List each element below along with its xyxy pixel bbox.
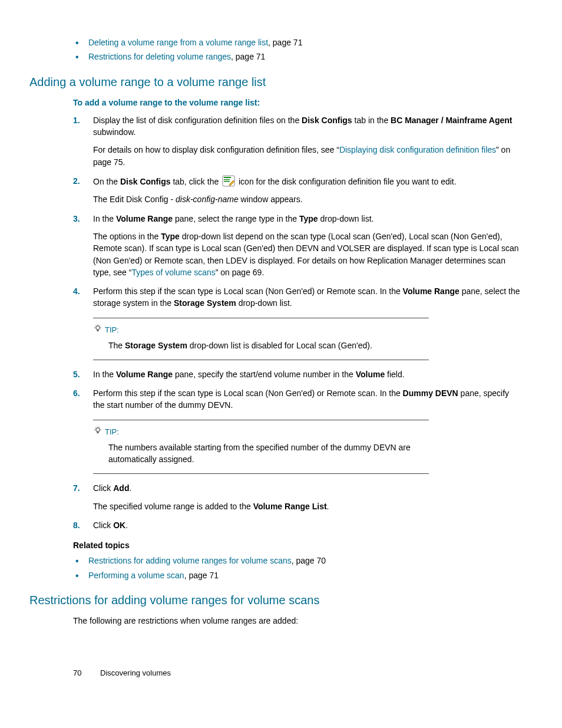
page-number: 70 — [73, 668, 81, 679]
edit-icon — [222, 175, 235, 187]
svg-point-4 — [96, 326, 100, 330]
step-number: 3. — [73, 213, 80, 225]
tip-label: TIP: — [105, 325, 119, 334]
chapter-title: Discovering volumes — [100, 668, 171, 677]
step-number: 7. — [73, 482, 80, 494]
heading-restrictions: Restrictions for adding volume ranges fo… — [29, 592, 521, 609]
step-text: Perform this step if the scan type is Lo… — [93, 286, 520, 308]
top-related-list: Deleting a volume range from a volume ra… — [29, 37, 521, 63]
step-text: Click Add. — [93, 483, 131, 493]
link-delete-range[interactable]: Deleting a volume range from a volume ra… — [88, 38, 268, 47]
restrictions-intro: The following are restrictions when volu… — [73, 615, 521, 627]
step-detail: For details on how to display disk confi… — [93, 144, 521, 168]
step-detail: The specified volume range is added to t… — [93, 500, 521, 512]
step-5: 5. In the Volume Range pane, specify the… — [73, 368, 521, 380]
procedure-steps-cont: 5. In the Volume Range pane, specify the… — [29, 368, 521, 411]
step-number: 8. — [73, 519, 80, 531]
related-topics-heading: Related topics — [73, 539, 521, 551]
step-number: 6. — [73, 387, 80, 399]
step-text: In the Volume Range pane, specify the st… — [93, 370, 405, 379]
step-detail: The options in the Type drop-down list d… — [93, 230, 521, 278]
step-number: 2. — [73, 175, 80, 187]
svg-line-9 — [100, 325, 100, 326]
tip-heading: TIP: — [93, 324, 429, 336]
link-restrictions-adding[interactable]: Restrictions for adding volume ranges fo… — [88, 556, 292, 565]
svg-point-11 — [96, 428, 100, 431]
step-number: 1. — [73, 114, 80, 126]
page-ref: , page 70 — [292, 556, 326, 565]
step-1: 1. Display the list of disk configuratio… — [73, 114, 521, 168]
link-performing-volume-scan[interactable]: Performing a volume scan — [88, 571, 184, 580]
list-item: Performing a volume scan, page 71 — [88, 569, 521, 581]
lightbulb-icon — [93, 426, 103, 438]
page-footer: 70 Discovering volumes — [73, 668, 521, 679]
step-text: On the Disk Configs tab, click the icon … — [93, 177, 457, 186]
svg-rect-2 — [224, 179, 230, 180]
svg-line-16 — [100, 427, 100, 428]
lightbulb-icon — [93, 324, 103, 336]
step-text: Perform this step if the scan type is Lo… — [93, 388, 509, 410]
page-ref: , page 71 — [184, 571, 219, 580]
related-topics-list: Restrictions for adding volume ranges fo… — [29, 555, 521, 581]
step-7: 7. Click Add. The specified volume range… — [73, 482, 521, 512]
svg-rect-3 — [224, 181, 230, 182]
step-6: 6. Perform this step if the scan type is… — [73, 387, 521, 411]
list-item: Restrictions for adding volume ranges fo… — [88, 555, 521, 566]
list-item: Deleting a volume range from a volume ra… — [88, 37, 521, 48]
tip-label: TIP: — [105, 427, 119, 436]
procedure-steps: 1. Display the list of disk configuratio… — [29, 114, 521, 309]
step-3: 3. In the Volume Range pane, select the … — [73, 213, 521, 278]
link-types-volume-scans[interactable]: Types of volume scans — [131, 268, 215, 277]
svg-line-15 — [95, 427, 96, 428]
page-ref: , page 71 — [231, 52, 265, 61]
svg-rect-17 — [97, 431, 99, 433]
step-text: Display the list of disk configuration d… — [93, 116, 512, 137]
tip-heading: TIP: — [93, 426, 429, 438]
tip-box: TIP: The Storage System drop-down list i… — [93, 318, 429, 360]
link-restrictions-delete[interactable]: Restrictions for deleting volume ranges — [88, 52, 231, 61]
link-displaying-disk-config[interactable]: Displaying disk configuration definition… — [339, 145, 496, 154]
step-text: Click OK. — [93, 521, 128, 530]
tip-body: The numbers available starting from the … — [108, 442, 429, 466]
svg-line-8 — [95, 325, 96, 326]
step-detail: The Edit Disk Config - disk-config-name … — [93, 193, 521, 205]
step-8: 8. Click OK. — [73, 519, 521, 531]
page-ref: , page 71 — [268, 38, 302, 47]
step-text: In the Volume Range pane, select the ran… — [93, 214, 374, 223]
step-2: 2. On the Disk Configs tab, click the ic… — [73, 175, 521, 206]
procedure-steps-cont2: 7. Click Add. The specified volume range… — [29, 482, 521, 531]
heading-adding-volume-range: Adding a volume range to a volume range … — [29, 74, 521, 91]
step-number: 5. — [73, 368, 80, 380]
tip-body: The Storage System drop-down list is dis… — [108, 340, 429, 351]
step-number: 4. — [73, 285, 80, 297]
svg-rect-1 — [224, 177, 231, 178]
list-item: Restrictions for deleting volume ranges,… — [88, 51, 521, 62]
svg-rect-10 — [97, 330, 99, 331]
tip-box: TIP: The numbers available starting from… — [93, 420, 429, 474]
procedure-intro: To add a volume range to the volume rang… — [73, 97, 521, 108]
step-4: 4. Perform this step if the scan type is… — [73, 285, 521, 309]
